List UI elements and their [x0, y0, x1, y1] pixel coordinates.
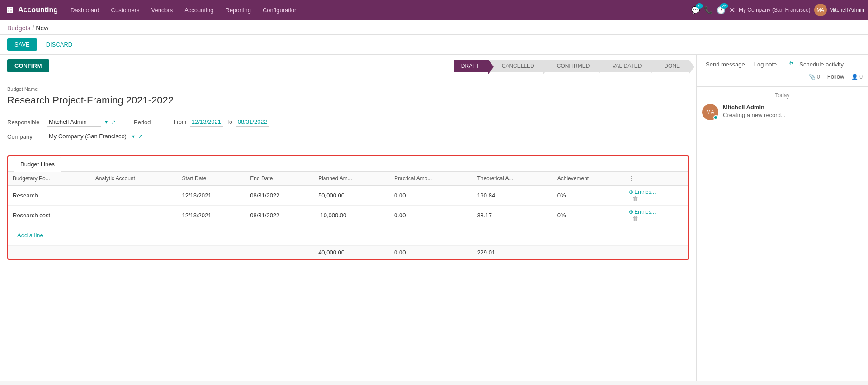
phone-icon[interactable]: 📞: [704, 6, 713, 14]
col-header-start-date: Start Date: [177, 172, 245, 186]
responsible-field: Responsible Mitchell Admin ▾ ↗: [7, 117, 116, 127]
discard-button[interactable]: DISCARD: [41, 38, 78, 51]
menu-item-reporting[interactable]: Reporting: [220, 4, 256, 16]
delete-row-icon[interactable]: 🗑: [632, 195, 638, 202]
col-header-analytic-account: Analytic Account: [91, 172, 178, 186]
message-avatar: MA: [702, 104, 718, 120]
cell-start-date[interactable]: 12/13/2021: [177, 186, 245, 206]
form-row-responsible: Responsible Mitchell Admin ▾ ↗ Period Fr…: [7, 117, 689, 127]
status-step-draft[interactable]: DRAFT: [454, 60, 488, 72]
status-step-cancelled[interactable]: CANCELLED: [489, 60, 543, 72]
cell-budgetary-position[interactable]: Research cost: [8, 206, 91, 225]
follow-button[interactable]: Follow: [824, 71, 848, 82]
cell-practical-amount[interactable]: 0.00: [390, 206, 472, 225]
chat-icon[interactable]: 💬 9: [691, 6, 700, 14]
entries-label[interactable]: Entries...: [634, 209, 656, 215]
messages-counter: 📎 0: [809, 74, 820, 80]
right-panel-body: Today MA Mitchell Admin Creating a new r…: [697, 87, 868, 381]
responsible-dropdown-icon[interactable]: ▾: [105, 119, 108, 125]
cell-budgetary-position[interactable]: Research: [8, 186, 91, 206]
status-step-done[interactable]: DONE: [651, 60, 689, 72]
menu-item-customers[interactable]: Customers: [106, 4, 145, 16]
responsible-external-link-icon[interactable]: ↗: [111, 119, 116, 125]
cell-practical-amount[interactable]: 0.00: [390, 186, 472, 206]
col-header-actions: ⋮: [624, 172, 688, 186]
clock-badge: 25: [720, 3, 728, 9]
col-header-achievement: Achievement: [553, 172, 624, 186]
toolbar-divider: [784, 60, 784, 69]
breadcrumb-separator: /: [32, 24, 34, 32]
status-bar: CONFIRM DRAFT CANCELLED CONFIRMED VALIDA…: [0, 55, 696, 77]
col-header-budgetary-position: Budgetary Po...: [8, 172, 91, 186]
close-icon[interactable]: ✕: [729, 6, 735, 14]
period-from-input[interactable]: 12/13/2021: [190, 117, 223, 127]
form-toolbar: SAVE DISCARD: [0, 35, 868, 55]
add-line-button[interactable]: Add a line: [13, 228, 684, 242]
log-note-button[interactable]: Log note: [750, 59, 781, 70]
clock-icon[interactable]: 🕐 25: [717, 6, 726, 14]
menu-item-dashboard[interactable]: Dashboard: [65, 4, 105, 16]
message-text: Creating a new record...: [723, 112, 863, 118]
menu-item-vendors[interactable]: Vendors: [146, 4, 178, 16]
online-status-dot: [713, 115, 718, 120]
svg-rect-4: [9, 9, 11, 11]
responsible-value[interactable]: Mitchell Admin: [47, 117, 101, 127]
user-menu[interactable]: MA Mitchell Admin: [814, 4, 864, 16]
from-label: From: [174, 119, 186, 125]
cell-analytic-account[interactable]: [91, 186, 178, 206]
cell-planned-amount[interactable]: 50,000.00: [314, 186, 390, 206]
status-step-validated[interactable]: VALIDATED: [599, 60, 651, 72]
schedule-activity-icon: ⏱: [788, 61, 794, 68]
entries-link[interactable]: ⊕ Entries...: [629, 189, 684, 195]
company-dropdown-icon[interactable]: ▾: [132, 133, 135, 140]
cell-achievement: 0%: [553, 186, 624, 206]
svg-rect-5: [11, 9, 13, 11]
grid-menu-icon[interactable]: [4, 4, 16, 16]
confirm-button[interactable]: CONFIRM: [7, 59, 49, 72]
total-theoretical-amount: 229.01: [472, 246, 552, 259]
send-message-button[interactable]: Send message: [702, 59, 749, 70]
period-label: Period: [134, 119, 170, 126]
tab-budget-lines[interactable]: Budget Lines: [14, 157, 61, 172]
column-options-icon[interactable]: ⋮: [629, 175, 634, 182]
save-button[interactable]: SAVE: [7, 38, 37, 51]
menu-item-configuration[interactable]: Configuration: [257, 4, 303, 16]
right-panel-toolbar: Send message Log note ⏱ Schedule activit…: [697, 55, 868, 87]
cell-theoretical-amount[interactable]: 38.17: [472, 206, 552, 225]
entries-label[interactable]: Entries...: [634, 189, 656, 195]
entries-circle-icon: ⊕: [629, 189, 633, 195]
budget-name-input[interactable]: [7, 93, 689, 108]
breadcrumb-parent[interactable]: Budgets: [7, 24, 30, 32]
status-pipeline: DRAFT CANCELLED CONFIRMED VALIDATED DONE: [454, 60, 689, 72]
delete-row-icon[interactable]: 🗑: [632, 215, 638, 222]
entries-link[interactable]: ⊕ Entries...: [629, 209, 684, 215]
cell-start-date[interactable]: 12/13/2021: [177, 206, 245, 225]
budget-name-label: Budget Name: [7, 86, 689, 92]
period-to-input[interactable]: 08/31/2022: [236, 117, 269, 127]
cell-entries: ⊕ Entries... 🗑: [624, 186, 688, 206]
svg-rect-8: [11, 11, 13, 13]
company-external-link-icon[interactable]: ↗: [138, 133, 143, 140]
cell-theoretical-amount[interactable]: 190.84: [472, 186, 552, 206]
menu-item-accounting[interactable]: Accounting: [179, 4, 219, 16]
total-planned-amount: 40,000.00: [314, 246, 390, 259]
schedule-activity-button[interactable]: Schedule activity: [796, 59, 847, 70]
messages-count: 0: [817, 74, 820, 80]
svg-rect-1: [9, 7, 11, 9]
cell-end-date[interactable]: 08/31/2022: [245, 206, 314, 225]
table-row: Research cost 12/13/2021 08/31/2022 -10,…: [8, 206, 688, 225]
company-value[interactable]: My Company (San Francisco): [47, 132, 128, 141]
content-area: CONFIRM DRAFT CANCELLED CONFIRMED VALIDA…: [0, 55, 868, 381]
user-name: Mitchell Admin: [830, 7, 864, 13]
cell-analytic-account[interactable]: [91, 206, 178, 225]
followers-count: 0: [859, 74, 863, 80]
col-header-end-date: End Date: [245, 172, 314, 186]
svg-rect-3: [7, 9, 9, 11]
paperclip-icon: 📎: [809, 74, 816, 80]
company-label: Company: [7, 133, 43, 140]
form-body: Budget Name Responsible Mitchell Admin ▾…: [0, 77, 696, 155]
cell-planned-amount[interactable]: -10,000.00: [314, 206, 390, 225]
status-step-confirmed[interactable]: CONFIRMED: [544, 60, 599, 72]
cell-end-date[interactable]: 08/31/2022: [245, 186, 314, 206]
chat-badge: 9: [696, 3, 703, 9]
